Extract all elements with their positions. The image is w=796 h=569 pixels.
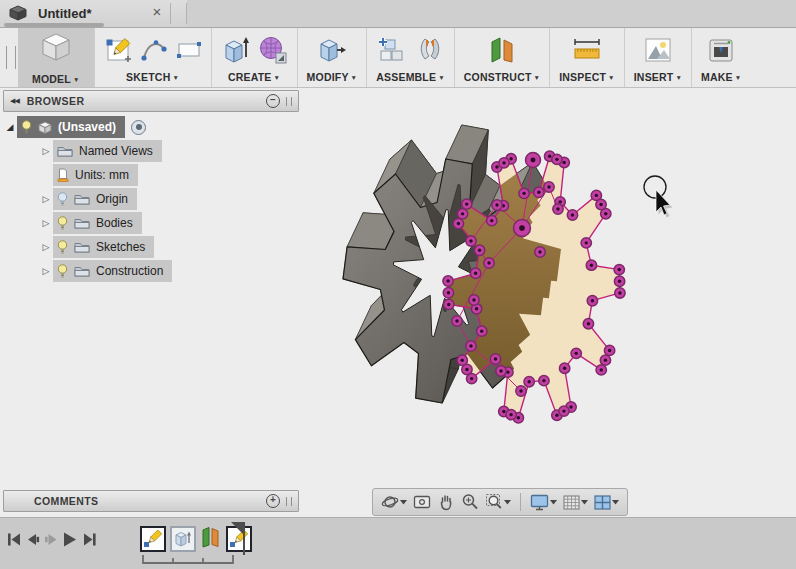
sketch-point[interactable] (516, 386, 526, 396)
play-button[interactable] (64, 533, 76, 547)
sketch-point[interactable] (567, 210, 577, 220)
sketch-point[interactable] (552, 154, 562, 164)
grid-settings-button[interactable] (563, 495, 588, 510)
lightbulb-on-icon[interactable] (21, 120, 32, 134)
sidebar-item-bodies[interactable]: ▷ Bodies (39, 212, 299, 234)
sketch-point[interactable] (470, 268, 480, 278)
collapsed-triangle-icon[interactable]: ▷ (39, 218, 53, 228)
zoom-window-button[interactable] (485, 493, 511, 511)
comments-panel-header[interactable]: COMMENTS + (3, 490, 299, 512)
lightbulb-off-icon[interactable] (57, 192, 68, 206)
step-back-button[interactable] (28, 534, 39, 545)
inspect-menu-label[interactable]: INSPECT (559, 71, 606, 83)
sketch-point[interactable] (443, 276, 453, 286)
sketch-point[interactable] (490, 354, 500, 364)
sketch-point[interactable] (453, 218, 463, 228)
sketch-point[interactable] (604, 345, 614, 355)
tree-item-label[interactable]: Named Views (79, 144, 153, 158)
create-sketch-icon[interactable] (104, 36, 132, 64)
tree-item-label[interactable]: Bodies (96, 216, 133, 230)
make-menu-label[interactable]: MAKE (701, 71, 733, 83)
sketch-point[interactable] (559, 363, 569, 373)
collapsed-triangle-icon[interactable]: ▷ (39, 146, 53, 156)
tree-item-label[interactable]: Origin (96, 192, 128, 206)
workspace-switcher[interactable]: MODEL▼ (18, 28, 94, 87)
sketch-point[interactable] (524, 376, 534, 386)
sketch-point[interactable] (484, 258, 494, 268)
timeline-mirror-feature[interactable] (200, 526, 222, 548)
tab-scroll-indicator[interactable] (4, 23, 104, 27)
orbit-button[interactable] (381, 493, 407, 511)
sidebar-item-construction[interactable]: ▷ Construction (39, 260, 299, 282)
tab-close-button[interactable]: × (148, 3, 166, 20)
hide-panel-button[interactable]: − (266, 94, 280, 108)
create-menu-label[interactable]: CREATE (228, 71, 272, 83)
collapsed-triangle-icon[interactable]: ▷ (39, 266, 53, 276)
activate-component-radio[interactable] (131, 120, 146, 135)
lightbulb-on-icon[interactable] (57, 240, 68, 254)
root-document-label[interactable]: (Unsaved) (58, 120, 116, 134)
measure-tool-icon[interactable] (571, 36, 603, 64)
document-tab-title[interactable]: Untitled* (38, 6, 91, 21)
lightbulb-on-icon[interactable] (57, 264, 68, 278)
collapsed-triangle-icon[interactable]: ▷ (39, 242, 53, 252)
construct-menu-label[interactable]: CONSTRUCT (464, 71, 532, 83)
sketch-point[interactable] (587, 296, 597, 306)
sketch-point[interactable] (519, 188, 529, 198)
step-forward-button[interactable] (45, 534, 57, 545)
sketch-point[interactable] (553, 204, 563, 214)
tree-item-label[interactable]: Construction (96, 264, 163, 278)
sketch-point[interactable] (596, 365, 606, 375)
expanded-triangle-icon[interactable]: ◢ (3, 122, 17, 132)
collapse-panel-icon[interactable]: ◀◀ (10, 97, 19, 105)
timeline-extrude-feature[interactable] (170, 526, 196, 552)
sketch-point[interactable] (596, 199, 606, 209)
sketch-point[interactable] (462, 364, 472, 374)
sketch-point[interactable] (559, 406, 569, 416)
spline-tool-icon[interactable] (141, 38, 167, 62)
sketch-point[interactable] (466, 236, 476, 246)
sketch-point[interactable] (457, 209, 467, 219)
sketch-point[interactable] (466, 341, 476, 351)
tree-item-label[interactable]: Units: mm (75, 168, 129, 182)
collapsed-triangle-icon[interactable]: ▷ (39, 194, 53, 204)
sketch-point[interactable] (477, 326, 487, 336)
assemble-menu-label[interactable]: ASSEMBLE (376, 71, 436, 83)
new-component-icon[interactable] (377, 36, 407, 64)
sketch-menu-label[interactable]: SKETCH (126, 71, 170, 83)
extrude-tool-icon[interactable] (221, 35, 249, 65)
viewports-button[interactable] (594, 495, 619, 510)
modify-menu-label[interactable]: MODIFY (307, 71, 349, 83)
sketch-point[interactable] (581, 238, 591, 248)
sketch-point[interactable] (469, 295, 479, 305)
toolbar-grip[interactable] (6, 46, 16, 69)
sketch-point[interactable] (452, 316, 462, 326)
press-pull-tool-icon[interactable] (317, 36, 347, 64)
browser-item-root[interactable]: ◢ (Unsaved) (3, 116, 299, 138)
sketch-point[interactable] (444, 299, 454, 309)
insert-menu-label[interactable]: INSERT (634, 71, 674, 83)
sketch-point[interactable] (614, 264, 624, 274)
sidebar-item-named-views[interactable]: ▷ Named Views (39, 140, 299, 162)
sidebar-item-origin[interactable]: ▷ Origin (39, 188, 299, 210)
sketch-point[interactable] (506, 409, 516, 419)
sketch-point[interactable] (583, 318, 593, 328)
lightbulb-on-icon[interactable] (57, 216, 68, 230)
construction-plane-icon[interactable] (488, 35, 516, 65)
look-at-button[interactable] (413, 494, 431, 510)
sketch-point[interactable] (526, 153, 541, 168)
tree-item-label[interactable]: Sketches (96, 240, 145, 254)
zoom-button[interactable] (461, 493, 479, 511)
sketch-point[interactable] (474, 245, 484, 255)
display-settings-button[interactable] (530, 494, 557, 511)
3d-print-icon[interactable] (707, 37, 735, 63)
sketch-point[interactable] (544, 182, 554, 192)
sketch-point[interactable] (535, 247, 545, 257)
sidebar-item-sketches[interactable]: ▷ Sketches (39, 236, 299, 258)
rectangle-tool-icon[interactable] (176, 40, 202, 60)
sketch-point[interactable] (462, 199, 472, 209)
panel-resize-grip[interactable] (286, 97, 292, 106)
sketch-point[interactable] (539, 375, 549, 385)
sketch-point[interactable] (586, 260, 596, 270)
sketch-point[interactable] (571, 348, 581, 358)
